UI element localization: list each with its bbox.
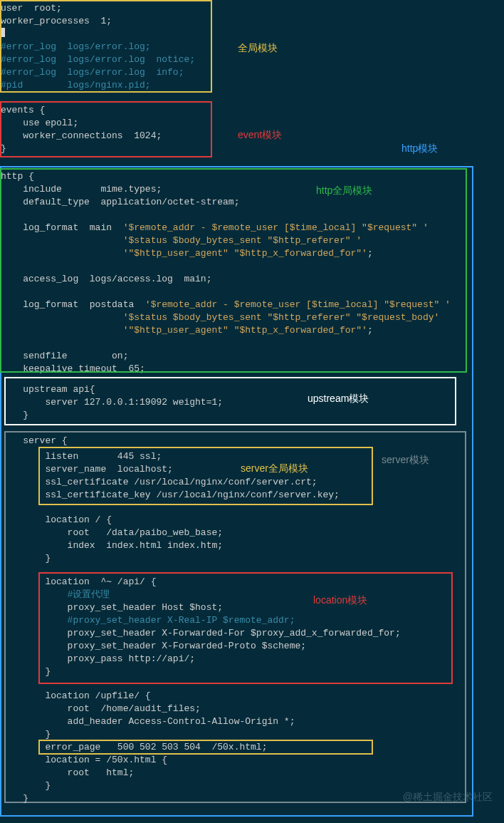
watermark: @稀土掘金技术社区 [403, 790, 493, 803]
location-50x-code: location = /50x.html { root html; } } [1, 754, 167, 805]
event-box [0, 101, 212, 157]
http-label: http模块 [401, 142, 438, 155]
location-upfile-code: location /upfile/ { root /home/audit_fil… [1, 690, 295, 741]
upstream-box [4, 377, 456, 425]
event-label: event模块 [238, 128, 282, 141]
location-label: location模块 [313, 594, 367, 606]
location-root-code: location / { root /data/paibo_web_base; … [1, 514, 223, 565]
http-global-label: http全局模块 [316, 184, 372, 197]
global-label: 全局模块 [238, 41, 278, 54]
upstream-label: upstream模块 [308, 392, 369, 405]
server-global-label: server全局模块 [241, 462, 308, 475]
global-box [0, 0, 212, 93]
server-label: server模块 [382, 453, 429, 466]
location-box [38, 572, 453, 684]
http-global-box [0, 168, 467, 373]
server-global-box [38, 447, 373, 505]
error-page-box [38, 740, 373, 755]
